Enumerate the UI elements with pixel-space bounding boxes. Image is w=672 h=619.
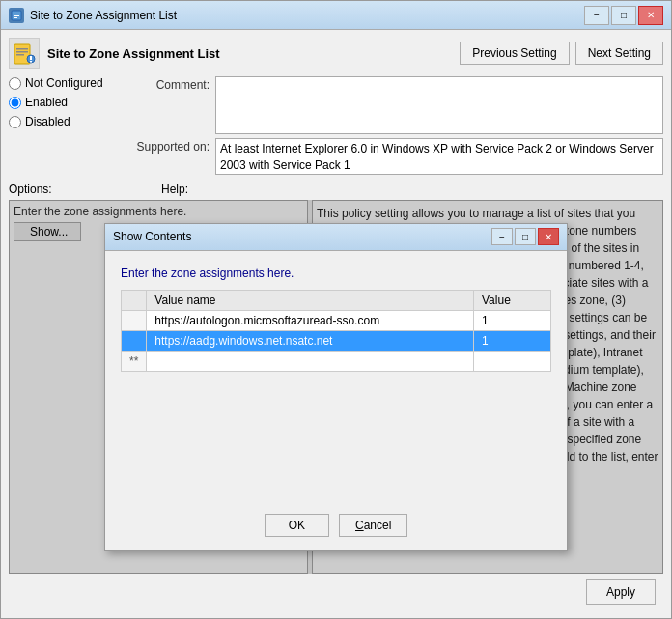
not-configured-label: Not Configured — [25, 76, 103, 90]
dialog-bottom: OK Cancel — [105, 504, 567, 550]
apply-button[interactable]: Apply — [586, 579, 656, 605]
row-value[interactable]: 1 — [474, 330, 551, 351]
maximize-button[interactable]: □ — [611, 6, 636, 25]
svg-rect-10 — [30, 61, 32, 63]
table-row[interactable]: https://aadg.windows.net.nsatc.net1 — [122, 330, 551, 351]
header-row: Site to Zone Assignment List Previous Se… — [9, 38, 663, 69]
row-value-name[interactable]: https://aadg.windows.net.nsatc.net — [147, 330, 474, 351]
dialog-close-button[interactable]: ✕ — [538, 228, 559, 245]
svg-rect-2 — [14, 15, 19, 16]
title-bar-left: Site to Zone Assignment List — [9, 8, 177, 23]
table-marker-header — [122, 290, 147, 310]
dialog-ok-button[interactable]: OK — [265, 514, 329, 537]
policy-icon — [9, 38, 40, 69]
disabled-input[interactable] — [9, 116, 21, 128]
enabled-radio[interactable]: Enabled — [9, 96, 125, 109]
title-bar: Site to Zone Assignment List − □ ✕ — [1, 1, 671, 30]
svg-rect-1 — [14, 14, 19, 14]
options-label: Options: — [9, 183, 154, 196]
radio-group: Not Configured Enabled Disabled — [9, 76, 125, 175]
row-value[interactable] — [474, 351, 551, 371]
previous-setting-button[interactable]: Previous Setting — [460, 42, 569, 65]
header-title: Site to Zone Assignment List — [47, 46, 452, 61]
config-section: Not Configured Enabled Disabled Comment: — [9, 76, 663, 175]
supported-label: Supported on: — [132, 138, 210, 154]
svg-rect-3 — [14, 17, 17, 18]
not-configured-input[interactable] — [9, 77, 21, 90]
window-icon — [9, 8, 24, 23]
row-marker: ** — [122, 351, 147, 371]
table-row[interactable]: ** — [122, 351, 551, 371]
modal-overlay: Show Contents − □ ✕ Enter the zone assig… — [9, 200, 663, 574]
svg-rect-5 — [16, 48, 28, 50]
table-row[interactable]: https://autologon.microsoftazuread-sso.c… — [122, 310, 551, 330]
minimize-button[interactable]: − — [584, 6, 609, 25]
comment-textarea[interactable] — [215, 76, 663, 134]
disabled-radio[interactable]: Disabled — [9, 115, 125, 128]
dialog-maximize-button[interactable]: □ — [515, 228, 536, 245]
window-title: Site to Zone Assignment List — [30, 9, 177, 22]
supported-row: Supported on: At least Internet Explorer… — [132, 138, 663, 175]
help-label: Help: — [161, 183, 188, 196]
dialog-intro-text: Enter the zone assignments here. — [121, 267, 551, 280]
supported-value: At least Internet Explorer 6.0 in Window… — [215, 138, 663, 175]
dialog-minimize-button[interactable]: − — [491, 228, 513, 245]
row-value-name[interactable]: https://autologon.microsoftazuread-sso.c… — [147, 310, 474, 330]
zone-assignments-table: Value name Value https://autologon.micro… — [121, 290, 551, 372]
comment-row: Comment: — [132, 76, 663, 134]
svg-rect-9 — [30, 56, 32, 60]
cancel-suffix: ancel — [364, 519, 392, 532]
nav-buttons: Previous Setting Next Setting — [460, 42, 663, 65]
dialog-title: Show Contents — [113, 230, 191, 243]
title-bar-controls: − □ ✕ — [584, 6, 663, 25]
fields-section: Comment: Supported on: At least Internet… — [132, 76, 663, 175]
enabled-input[interactable] — [9, 97, 21, 109]
table-value-header: Value — [474, 290, 551, 310]
dialog-cancel-button[interactable]: Cancel — [339, 514, 407, 537]
comment-label: Comment: — [132, 76, 210, 92]
next-setting-button[interactable]: Next Setting — [575, 42, 663, 65]
enabled-label: Enabled — [25, 96, 68, 109]
row-marker — [122, 310, 147, 330]
content-area: Site to Zone Assignment List Previous Se… — [1, 30, 671, 618]
not-configured-radio[interactable]: Not Configured — [9, 76, 125, 90]
row-value[interactable]: 1 — [474, 310, 551, 330]
svg-rect-6 — [16, 51, 28, 53]
bottom-row: Apply — [9, 574, 663, 610]
row-marker — [122, 330, 147, 351]
options-help-row: Options: Help: — [9, 183, 663, 196]
dialog-controls: − □ ✕ — [491, 228, 559, 245]
dialog-title-bar: Show Contents − □ ✕ — [105, 224, 567, 251]
disabled-label: Disabled — [25, 115, 70, 128]
dialog-content: Enter the zone assignments here. Value n… — [105, 251, 567, 504]
show-contents-dialog: Show Contents − □ ✕ Enter the zone assig… — [104, 223, 568, 551]
row-value-name[interactable] — [147, 351, 474, 371]
main-window: Site to Zone Assignment List − □ ✕ — [0, 0, 672, 619]
cancel-underline-char: C — [355, 519, 364, 532]
table-value-name-header: Value name — [147, 290, 474, 310]
panel-area: Enter the zone assignments here. Show...… — [9, 200, 663, 574]
svg-rect-7 — [16, 54, 24, 56]
close-button[interactable]: ✕ — [638, 6, 663, 25]
